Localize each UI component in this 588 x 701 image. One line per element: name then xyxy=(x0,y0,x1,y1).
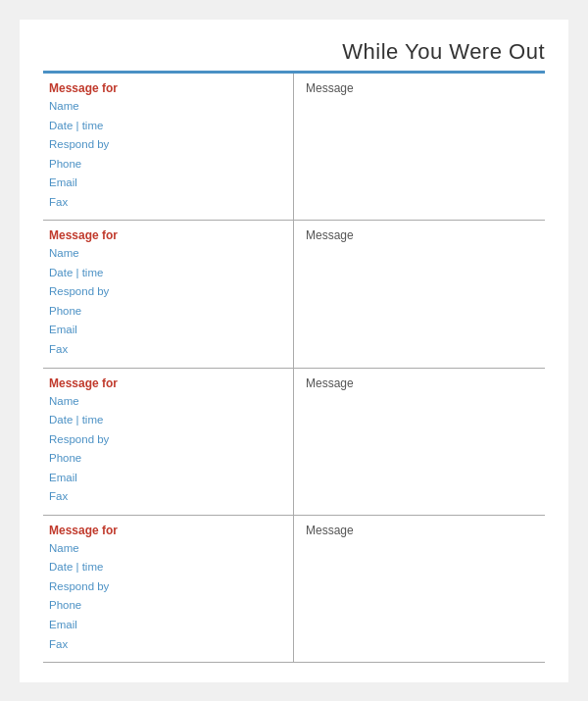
title-section: While You Were Out xyxy=(43,39,545,71)
message-for-label-2: Message for xyxy=(49,228,285,242)
page: While You Were Out Message forNameDate |… xyxy=(20,20,568,682)
right-col-3: Message xyxy=(294,369,545,515)
field-4-4: Phone xyxy=(49,596,285,616)
message-for-label-3: Message for xyxy=(49,376,285,390)
message-for-label-4: Message for xyxy=(49,524,285,537)
left-col-3: Message forNameDate | timeRespond byPhon… xyxy=(43,369,294,515)
field-1-4: Phone xyxy=(49,155,285,175)
message-label-4: Message xyxy=(306,524,537,537)
right-col-2: Message xyxy=(294,221,545,367)
field-1-5: Email xyxy=(49,174,285,193)
field-3-1: Name xyxy=(49,392,285,412)
left-col-4: Message forNameDate | timeRespond byPhon… xyxy=(43,516,294,662)
field-2-6: Fax xyxy=(49,340,285,360)
right-col-1: Message xyxy=(294,74,545,220)
left-col-1: Message forNameDate | timeRespond byPhon… xyxy=(43,74,294,220)
field-3-4: Phone xyxy=(49,449,285,469)
message-block-2: Message forNameDate | timeRespond byPhon… xyxy=(43,221,545,368)
field-1-3: Respond by xyxy=(49,135,285,155)
message-label-1: Message xyxy=(306,81,537,95)
field-2-5: Email xyxy=(49,321,285,340)
field-3-5: Email xyxy=(49,469,285,488)
message-block-3: Message forNameDate | timeRespond byPhon… xyxy=(43,369,545,516)
field-1-2: Date | time xyxy=(49,117,285,136)
field-3-2: Date | time xyxy=(49,411,285,430)
field-1-6: Fax xyxy=(49,193,285,213)
message-block-4: Message forNameDate | timeRespond byPhon… xyxy=(43,516,545,663)
field-4-6: Fax xyxy=(49,635,285,655)
page-title: While You Were Out xyxy=(342,39,545,64)
field-4-5: Email xyxy=(49,616,285,635)
field-1-1: Name xyxy=(49,97,285,117)
field-2-1: Name xyxy=(49,244,285,264)
field-2-2: Date | time xyxy=(49,264,285,283)
message-block-1: Message forNameDate | timeRespond byPhon… xyxy=(43,74,545,221)
field-2-4: Phone xyxy=(49,302,285,322)
field-4-1: Name xyxy=(49,539,285,559)
message-label-3: Message xyxy=(306,376,537,390)
message-label-2: Message xyxy=(306,228,537,242)
field-2-3: Respond by xyxy=(49,282,285,302)
message-for-label-1: Message for xyxy=(49,81,285,95)
field-4-2: Date | time xyxy=(49,558,285,577)
field-3-3: Respond by xyxy=(49,430,285,450)
field-4-3: Respond by xyxy=(49,577,285,597)
blocks-container: Message forNameDate | timeRespond byPhon… xyxy=(43,74,545,663)
right-col-4: Message xyxy=(294,516,545,662)
left-col-2: Message forNameDate | timeRespond byPhon… xyxy=(43,221,294,367)
field-3-6: Fax xyxy=(49,487,285,507)
